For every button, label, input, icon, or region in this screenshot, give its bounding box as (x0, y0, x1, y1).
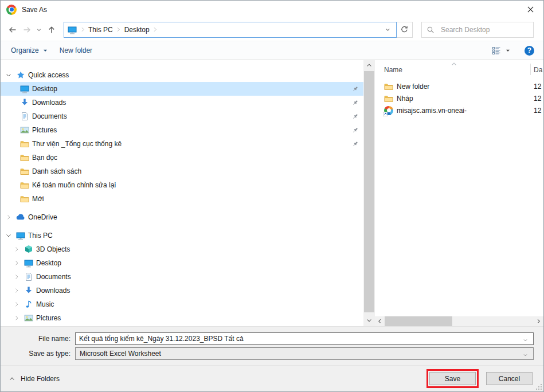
chevron-right-icon[interactable] (12, 315, 21, 322)
tree-item-downloads[interactable]: Downloads (1, 96, 363, 109)
chevron-down-icon[interactable] (522, 352, 529, 358)
tree-item-pictures[interactable]: Pictures (1, 123, 363, 137)
pin-icon[interactable] (351, 140, 359, 148)
pin-icon[interactable] (351, 127, 359, 134)
file-row-new-folder[interactable]: New folder 12 (375, 80, 543, 92)
tree-item-this-pc[interactable]: This PC (1, 229, 363, 242)
close-button[interactable] (518, 1, 543, 18)
desktop-location-icon[interactable] (66, 23, 78, 37)
breadcrumb-chevron-icon[interactable] (114, 26, 123, 33)
scroll-up-arrow-icon[interactable] (363, 60, 375, 70)
tree-item-documents[interactable]: Documents (1, 109, 363, 123)
folder-icon (384, 82, 393, 91)
folder-icon (20, 181, 29, 190)
tree-item-pc-desktop[interactable]: Desktop (1, 256, 363, 270)
save-button[interactable]: Save (429, 372, 476, 385)
save-button-highlight: Save (426, 369, 479, 388)
file-row-nhap[interactable]: Nháp 12 (375, 92, 543, 104)
navigation-bar: This PC Desktop (1, 18, 543, 41)
scroll-right-arrow-icon[interactable] (534, 316, 543, 326)
file-name-input[interactable] (76, 335, 533, 343)
tree-item-pc-documents[interactable]: Documents (1, 270, 363, 284)
change-view-button[interactable] (486, 46, 516, 55)
tree-item-ban-doc[interactable]: Bạn đọc (1, 151, 363, 164)
scrollbar-thumb[interactable] (385, 316, 452, 326)
new-folder-button[interactable]: New folder (54, 41, 98, 60)
breadcrumb-desktop[interactable]: Desktop (123, 23, 151, 37)
tree-item-onedrive[interactable]: OneDrive (1, 210, 363, 224)
pin-icon[interactable] (351, 85, 359, 93)
chevron-down-icon[interactable] (4, 72, 13, 79)
column-divider[interactable] (530, 64, 531, 75)
file-name-field[interactable] (75, 332, 534, 345)
onedrive-cloud-icon (16, 213, 25, 222)
save-as-type-dropdown[interactable]: Microsoft Excel Worksheet (75, 347, 534, 360)
help-button[interactable]: ? (525, 46, 534, 56)
tree-item-pc-music[interactable]: Music (1, 297, 363, 311)
music-note-icon (24, 300, 33, 309)
back-button[interactable] (5, 22, 19, 37)
chevron-right-icon[interactable] (12, 273, 21, 280)
chevron-up-icon (9, 375, 15, 382)
command-bar: Organize New folder ? (1, 41, 543, 60)
file-list-horizontal-scrollbar[interactable] (375, 316, 543, 326)
breadcrumb-chevron-icon[interactable] (151, 26, 160, 33)
download-arrow-icon (20, 98, 29, 107)
refresh-button[interactable] (397, 22, 413, 38)
document-icon (24, 272, 33, 281)
address-dropdown-chevron-icon[interactable] (380, 26, 395, 33)
tree-item-ke-toan[interactable]: Kế toán muốn chỉnh sửa lại (1, 178, 363, 192)
resize-grip[interactable] (535, 383, 542, 390)
button-strip: Hide Folders Save Cancel (1, 365, 543, 391)
folder-icon (384, 94, 393, 103)
tree-item-moi[interactable]: Mới (1, 192, 363, 206)
folder-icon (20, 167, 29, 176)
save-as-type-label: Save as type: (1, 350, 75, 358)
organize-button[interactable]: Organize (1, 41, 54, 60)
dropdown-caret-icon (42, 48, 48, 53)
cancel-button[interactable]: Cancel (486, 372, 533, 385)
folder-tree: Quick access Desktop Downloads Documents… (1, 60, 363, 326)
sort-ascending-icon (451, 61, 457, 68)
tree-vertical-scrollbar[interactable] (363, 60, 375, 326)
tree-item-3d-objects[interactable]: 3D Objects (1, 242, 363, 256)
quick-access-star-icon (16, 70, 25, 80)
tree-item-pc-downloads[interactable]: Downloads (1, 284, 363, 297)
column-header-date[interactable]: Da (534, 66, 542, 74)
tree-item-quick-access[interactable]: Quick access (1, 68, 363, 82)
tree-item-danh-sach-sach[interactable]: Danh sách sách (1, 164, 363, 178)
scrollbar-thumb[interactable] (364, 71, 374, 312)
hide-folders-button[interactable]: Hide Folders (9, 375, 60, 383)
folder-icon (20, 194, 29, 203)
up-button[interactable] (44, 22, 58, 37)
tree-item-desktop[interactable]: Desktop (1, 82, 363, 96)
chevron-right-icon[interactable] (12, 246, 21, 253)
chrome-logo-icon (6, 5, 17, 15)
tree-item-pc-pictures[interactable]: Pictures (1, 311, 363, 325)
scroll-down-arrow-icon[interactable] (363, 315, 375, 325)
forward-button[interactable] (19, 22, 34, 37)
chevron-right-icon[interactable] (12, 287, 21, 294)
chevron-down-icon[interactable] (4, 232, 13, 239)
window-title: Save As (22, 6, 47, 14)
breadcrumb-this-pc[interactable]: This PC (87, 23, 114, 37)
misa-shortcut-icon (384, 106, 393, 115)
pin-icon[interactable] (351, 113, 359, 120)
column-header-name[interactable]: Name (384, 66, 402, 74)
file-row-misajsc[interactable]: misajsc.amis.vn-oneai- 12 (375, 104, 543, 116)
scroll-left-arrow-icon[interactable] (375, 316, 385, 326)
chevron-down-icon[interactable] (522, 337, 529, 343)
chevron-right-icon[interactable] (4, 214, 13, 221)
pin-icon[interactable] (351, 99, 359, 107)
address-bar[interactable]: This PC Desktop (64, 22, 397, 38)
folder-icon (20, 153, 29, 162)
chevron-right-icon[interactable] (12, 301, 21, 308)
search-box[interactable] (421, 22, 534, 38)
new-folder-label: New folder (60, 46, 92, 54)
search-input[interactable] (440, 25, 529, 34)
breadcrumb-chevron-icon[interactable] (78, 26, 87, 33)
tree-item-thu-vien[interactable]: Thư viện _Tổng cục thống kê (1, 137, 363, 151)
chevron-right-icon[interactable] (12, 260, 21, 266)
recent-locations-chevron-icon[interactable] (34, 22, 44, 37)
title-bar: Save As (1, 1, 543, 18)
